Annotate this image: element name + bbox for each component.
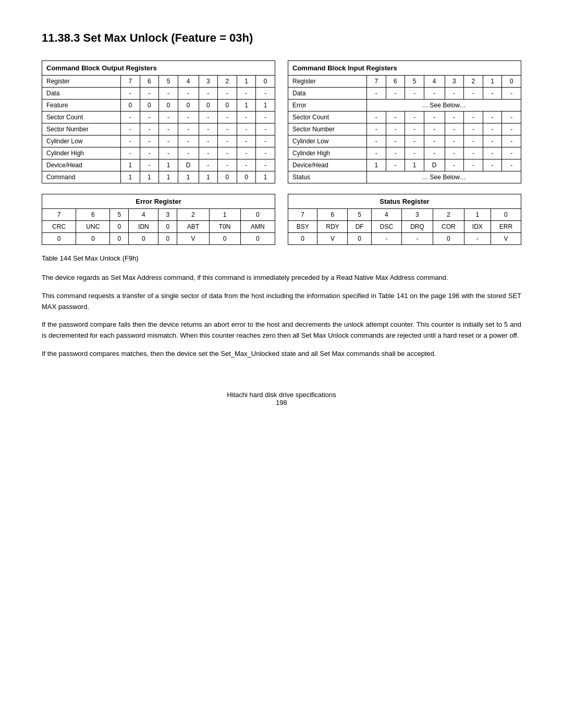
table-cell: - (140, 159, 159, 171)
table-cell: 1 (256, 171, 275, 183)
table-cell: - (199, 112, 218, 124)
table-cell: - (483, 88, 502, 100)
table-cell: 0 (110, 221, 129, 233)
table-cell: … See Below… (367, 171, 521, 183)
table-cell: 1 (199, 171, 218, 183)
table-cell: Cylinder High (288, 147, 367, 159)
table-cell: - (371, 233, 401, 245)
table-cell: 0 (42, 233, 76, 245)
table-cell: 1 (367, 159, 386, 171)
table-cell: - (386, 124, 405, 135)
table-cell: 6 (386, 76, 405, 88)
table-cell: 7 (367, 76, 386, 88)
table-cell: - (140, 88, 159, 100)
table-cell: AMN (240, 221, 275, 233)
table-cell: 6 (76, 209, 110, 221)
table-cell: - (121, 147, 140, 159)
table-cell: Sector Number (42, 124, 121, 135)
table-cell: 7 (42, 209, 76, 221)
table-cell: - (502, 112, 521, 124)
table-cell: - (502, 159, 521, 171)
table-cell: Register (288, 76, 367, 88)
table-cell: 1 (159, 171, 178, 183)
table-cell: - (405, 147, 424, 159)
table-cell: … See Below… (367, 100, 521, 112)
table-cell: - (405, 135, 424, 147)
error-register-header: Error Register (42, 194, 275, 209)
table-cell: - (405, 88, 424, 100)
table-cell: - (199, 124, 218, 135)
table-cell: - (140, 112, 159, 124)
table-cell: - (218, 88, 237, 100)
table-cell: Data (42, 88, 121, 100)
table-cell: Cylinder Low (288, 135, 367, 147)
table-cell: - (424, 124, 445, 135)
table-cell: 0 (76, 233, 110, 245)
table-cell: - (483, 112, 502, 124)
error-register-table: Error Register 76543210CRCUNC0IDN0ABTT0N… (42, 194, 275, 245)
table-cell: D (178, 159, 199, 171)
table-cell: - (159, 124, 178, 135)
table-cell: 0 (288, 233, 317, 245)
table-cell: - (256, 124, 275, 135)
table-cell: - (424, 147, 445, 159)
table-cell: Register (42, 76, 121, 88)
table-cell: - (159, 147, 178, 159)
table-cell: - (199, 135, 218, 147)
table-cell: - (464, 159, 483, 171)
table-cell: 0 (237, 171, 256, 183)
table-cell: - (199, 88, 218, 100)
bottom-tables-row: Error Register 76543210CRCUNC0IDN0ABTT0N… (42, 194, 521, 245)
table-cell: 0 (140, 100, 159, 112)
table-cell: IDN (129, 221, 158, 233)
table-cell: - (483, 135, 502, 147)
table-cell: 1 (140, 171, 159, 183)
register-tables-row: Command Block Output Registers Register7… (42, 60, 521, 183)
output-registers-table: Command Block Output Registers Register7… (42, 60, 275, 183)
table-cell: 1 (464, 209, 491, 221)
table-cell: - (178, 147, 199, 159)
table-cell: - (256, 112, 275, 124)
table-cell: - (237, 112, 256, 124)
table-cell: ABT (177, 221, 209, 233)
table-cell: 5 (348, 209, 371, 221)
table-cell: Device/Head (42, 159, 121, 171)
table-cell: - (140, 147, 159, 159)
table-cell: Sector Number (288, 124, 367, 135)
table-cell: - (218, 124, 237, 135)
input-table-header: Command Block Input Registers (288, 61, 521, 76)
table-cell: DRQ (401, 221, 433, 233)
table-cell: T0N (209, 221, 240, 233)
table-cell: - (178, 135, 199, 147)
table-cell: 1 (483, 76, 502, 88)
table-cell: COR (433, 221, 464, 233)
output-table-header: Command Block Output Registers (42, 61, 275, 76)
table-cell: Sector Count (42, 112, 121, 124)
table-cell: - (445, 112, 464, 124)
table-cell: 0 (491, 209, 521, 221)
table-cell: RDY (317, 221, 348, 233)
table-cell: - (401, 233, 433, 245)
table-cell: CRC (42, 221, 76, 233)
footer-line2: 198 (42, 399, 521, 406)
table-cell: - (405, 112, 424, 124)
table-cell: 2 (218, 76, 237, 88)
table-cell: 7 (121, 76, 140, 88)
table-cell: 0 (110, 233, 129, 245)
table-cell: Cylinder Low (42, 135, 121, 147)
table-cell: 0 (240, 209, 275, 221)
table-cell: 0 (178, 100, 199, 112)
table-cell: - (464, 135, 483, 147)
table-cell: - (424, 112, 445, 124)
table-cell: - (502, 88, 521, 100)
table-cell: - (237, 124, 256, 135)
table-cell: - (386, 112, 405, 124)
table-caption: Table 144 Set Max Unlock (F9h) (42, 254, 521, 262)
footer-line1: Hitachi hard disk drive specifications (42, 391, 521, 399)
table-cell: 1 (237, 100, 256, 112)
table-cell: - (464, 88, 483, 100)
table-cell: - (256, 147, 275, 159)
table-cell: - (367, 88, 386, 100)
table-cell: - (386, 147, 405, 159)
table-cell: UNC (76, 221, 110, 233)
